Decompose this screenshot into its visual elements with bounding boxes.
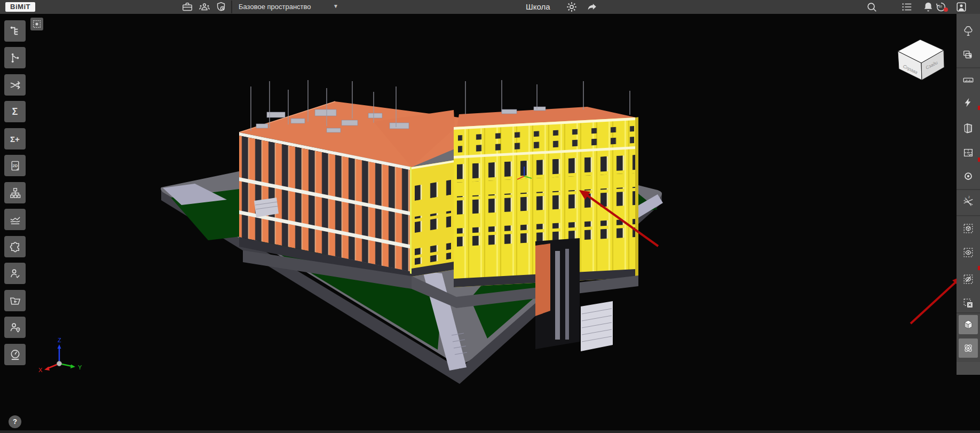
topbar-divider [231,1,232,13]
tool-model-tree[interactable] [4,20,26,42]
axis-triad: Z X Y [32,334,85,376]
axis-y-label: Y [78,364,82,371]
tool-dependency-nodes[interactable] [4,47,26,68]
tool-hide-eye-slash[interactable] [959,270,978,289]
tool-connections-shuffle[interactable] [4,74,26,96]
tool-dashboard-gauge[interactable] [4,344,26,365]
top-bar: BiMiT Базовое пространство ▼ Школа [0,0,980,14]
passage-column [555,251,560,340]
tool-user-location[interactable] [4,317,26,338]
toolbar-separator [957,189,980,190]
sigma-plus-label: Σ+ [10,135,20,144]
tool-floorplan[interactable] [959,143,978,162]
passage-column [565,249,569,340]
doc2d-label: 2D [12,163,18,168]
axis-x-label: X [38,367,43,373]
tool-isolate-cube[interactable] [959,219,978,238]
tool-drawings-2d[interactable]: 2D [4,155,26,176]
axes-grid-label-2: 2 [968,196,970,199]
tool-structure-chart[interactable] [4,182,26,203]
workspace-selector[interactable]: Базовое пространство [239,3,311,11]
sigma-label: Σ [12,106,18,117]
toolbar-separator [957,215,980,216]
stairs-right [581,301,613,351]
tool-user-check[interactable] [4,263,26,284]
frame-selection-button[interactable] [30,18,43,30]
tool-measure-ruler[interactable] [959,70,978,90]
tool-focus-target[interactable] [959,167,978,186]
notification-badge [944,7,948,12]
share-icon[interactable] [586,1,598,13]
account-icon[interactable] [955,1,967,13]
tool-sum-add[interactable]: Σ+ [4,128,26,149]
edge-marker [978,106,980,110]
bottom-bar [0,430,980,433]
axes-grid-label-1: 1 [965,197,966,200]
tool-shared-folder[interactable] [4,290,26,311]
notifications-bell-icon[interactable] [922,1,934,13]
tool-clash-flash[interactable] [959,93,978,112]
toolbar-separator [957,67,980,68]
tool-show-eye[interactable] [959,243,978,262]
tool-sum[interactable]: Σ [4,101,26,122]
tool-orbit[interactable] [959,338,978,358]
tool-axes-grid[interactable]: 1 2 [959,192,978,211]
history-count: 10 [938,5,942,8]
toolbar-separator [957,312,980,313]
tool-selection-copy[interactable] [959,45,978,65]
briefcase-icon[interactable] [181,1,193,13]
tool-trend-charts[interactable] [4,209,26,230]
tool-clear-selection-x[interactable] [959,294,978,313]
gear-icon[interactable] [566,1,578,13]
team-icon[interactable] [199,1,210,13]
chevron-down-icon[interactable]: ▼ [333,3,338,9]
tool-section-cube[interactable] [959,119,978,138]
passage-inner-wall [535,243,550,316]
app-logo[interactable]: BiMiT [5,2,35,12]
list-icon[interactable] [901,1,913,13]
edge-marker [978,266,980,270]
tool-environment-tree[interactable] [959,21,978,41]
help-button[interactable]: ? [9,415,21,428]
tool-plugins-puzzle[interactable] [4,236,26,257]
edge-marker [978,158,980,162]
tool-model-cube[interactable] [959,315,978,334]
right-toolbar: 1 2 [957,14,980,375]
facade-link [412,160,454,277]
axis-z-label: Z [58,337,61,343]
search-icon[interactable] [866,1,878,13]
shield-user-icon[interactable] [215,1,227,13]
viewport-3d-scene[interactable] [0,0,980,433]
toolbar-footer-panel [957,362,980,375]
navigation-cube[interactable]: Справа Сзади [896,36,949,83]
project-title: Школа [526,2,550,11]
